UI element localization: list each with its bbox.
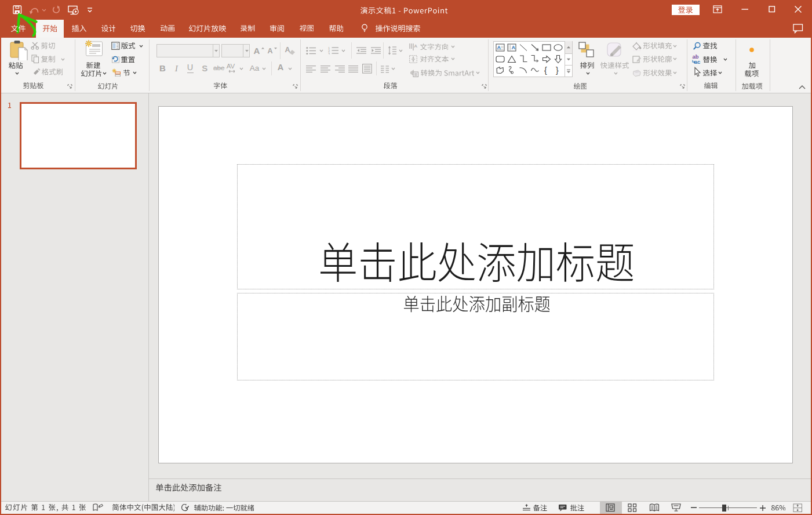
svg-text:A: A bbox=[511, 44, 515, 50]
svg-text:A: A bbox=[414, 43, 418, 49]
svg-text:}: } bbox=[556, 66, 559, 75]
svg-text:3: 3 bbox=[328, 52, 330, 55]
svg-text:{: { bbox=[544, 66, 547, 75]
